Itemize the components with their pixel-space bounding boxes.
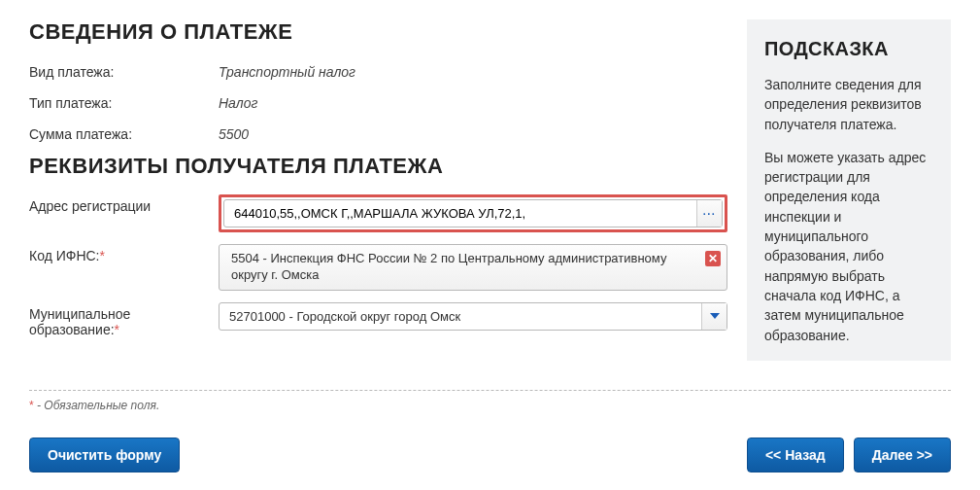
payment-sum-value: 5500 [219,122,727,142]
hint-text-1: Заполните сведения для определения рекви… [764,75,933,134]
button-row: Очистить форму << Назад Далее >> [29,438,951,472]
ifns-label: Код ИФНС:* [29,244,219,263]
back-button[interactable]: << Назад [747,438,844,472]
address-highlight-frame: ··· [219,194,727,232]
ifns-value: 5504 - Инспекция ФНС России № 2 по Центр… [231,251,666,282]
payment-kind-label: Вид платежа: [29,60,219,80]
ifns-selected-box[interactable]: 5504 - Инспекция ФНС России № 2 по Центр… [219,244,727,291]
municipality-select[interactable]: 52701000 - Городской округ город Омск [219,302,727,331]
payment-type-row: Тип платежа: Налог [29,91,727,111]
clear-form-button[interactable]: Очистить форму [29,438,180,472]
hint-panel: ПОДСКАЗКА Заполните сведения для определ… [747,19,951,361]
required-mark: * [115,322,119,337]
ifns-clear-button[interactable]: ✕ [705,251,721,266]
address-input[interactable] [224,200,696,227]
required-footnote: * - Обязательные поля. [29,399,951,412]
close-icon: ✕ [708,252,718,265]
municipality-value: 52701000 - Городской округ город Омск [220,303,701,330]
next-button[interactable]: Далее >> [854,438,951,472]
required-mark: * [100,248,105,263]
ifns-row: Код ИФНС:* 5504 - Инспекция ФНС России №… [29,244,727,291]
hint-title: ПОДСКАЗКА [764,35,933,63]
hint-text-2: Вы можете указать адрес регистрации для … [764,148,933,345]
payment-kind-value: Транспортный налог [219,60,727,80]
requisites-section-title: РЕКВИЗИТЫ ПОЛУЧАТЕЛЯ ПЛАТЕЖА [29,154,727,179]
payment-type-value: Налог [219,91,727,111]
address-lookup-button[interactable]: ··· [696,200,722,227]
municipality-dropdown-arrow[interactable] [701,303,727,330]
payment-sum-label: Сумма платежа: [29,122,219,142]
payment-kind-row: Вид платежа: Транспортный налог [29,60,727,80]
divider [29,390,951,391]
municipality-label: Муниципальное образование:* [29,302,219,337]
address-label: Адрес регистрации [29,194,219,214]
chevron-down-icon [710,313,720,319]
address-row: Адрес регистрации ··· [29,194,727,232]
payment-section-title: СВЕДЕНИЯ О ПЛАТЕЖЕ [29,19,727,45]
payment-sum-row: Сумма платежа: 5500 [29,122,727,142]
address-input-frame: ··· [223,199,723,228]
payment-type-label: Тип платежа: [29,91,219,111]
municipality-row: Муниципальное образование:* 52701000 - Г… [29,302,727,337]
ellipsis-icon: ··· [703,208,717,220]
